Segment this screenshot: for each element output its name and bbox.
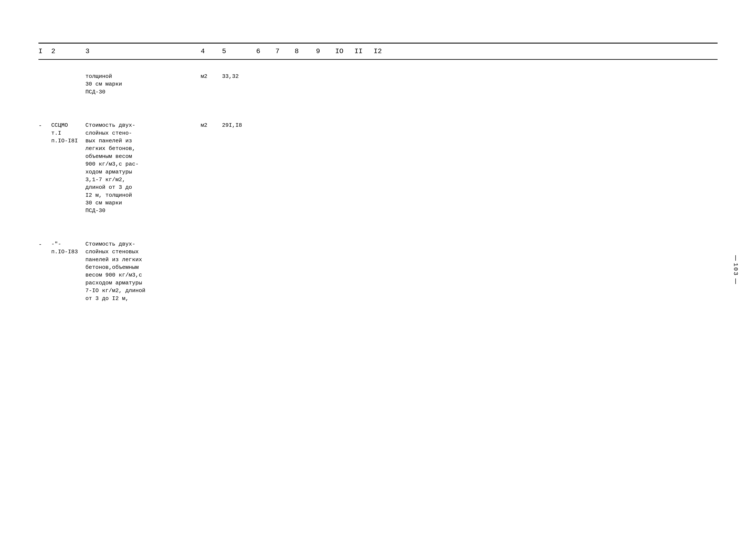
header-col-3: 3	[85, 47, 201, 55]
header-col-5: 5	[222, 47, 256, 55]
header-col-7: 7	[276, 47, 294, 55]
header-col-12: I2	[374, 47, 393, 55]
page-number-bar-bottom: |	[734, 278, 737, 284]
row1-col3-text: толщиной 30 см марки ПСД-30	[85, 73, 122, 96]
header-col-10: IO	[335, 47, 354, 55]
table-body: толщиной 30 см марки ПСД-30 м2 33,32	[39, 60, 717, 315]
row3-col3: Стоимость двух- слойных стеновых панелей…	[85, 240, 201, 302]
page-number-bar-top: |	[734, 255, 737, 261]
row2-col1-text: -	[39, 121, 42, 130]
header-col-4: 4	[201, 47, 222, 55]
table-row: толщиной 30 см марки ПСД-30 м2 33,32	[39, 60, 717, 109]
header-col-2: 2	[51, 47, 85, 55]
row2-col5: 29I,I8	[222, 121, 256, 129]
row2-col5-text: 29I,I8	[222, 121, 242, 129]
page-number-container: | 103 |	[732, 255, 739, 284]
row1-col5-text: 33,32	[222, 73, 239, 80]
row3-col3-text: Стоимость двух- слойных стеновых панелей…	[85, 240, 145, 302]
row1-col4: м2	[201, 73, 222, 80]
row2-col2-text: ССЦМО т.I п.IO-I8I	[51, 121, 78, 145]
row1-col3: толщиной 30 см марки ПСД-30	[85, 73, 201, 96]
header-col-8: 8	[294, 47, 316, 55]
table-row: - -"- п.IO-I83 Стоимость двух- слойных с…	[39, 227, 717, 315]
row3-col2: -"- п.IO-I83	[51, 240, 85, 256]
page-number: 103	[732, 263, 739, 276]
row2-col3-text: Стоимость двух- слойных стено- вых панел…	[85, 121, 139, 215]
row2-col4-text: м2	[201, 121, 207, 129]
row2-col1: -	[39, 121, 51, 130]
row3-col2-text: -"- п.IO-I83	[51, 240, 78, 256]
row2-col3: Стоимость двух- слойных стено- вых панел…	[85, 121, 201, 215]
row1-col5: 33,32	[222, 73, 256, 80]
header-col-6: 6	[256, 47, 276, 55]
row3-col1-text: -	[39, 240, 42, 249]
table-wrapper: I 2 3 4 5 6 7 8 9 IO II I2 толщиной 30 с…	[39, 43, 717, 315]
row3-col1: -	[39, 240, 51, 249]
header-col-1: I	[39, 47, 51, 55]
row2-col2: ССЦМО т.I п.IO-I8I	[51, 121, 85, 145]
row1-col4-text: м2	[201, 73, 207, 80]
table-row: - ССЦМО т.I п.IO-I8I Стоимость двух- сло…	[39, 109, 717, 227]
header-col-11: II	[354, 47, 374, 55]
table-header-row: I 2 3 4 5 6 7 8 9 IO II I2	[39, 43, 717, 60]
page-container: I 2 3 4 5 6 7 8 9 IO II I2 толщиной 30 с…	[0, 0, 756, 539]
header-col-9: 9	[316, 47, 335, 55]
row2-col4: м2	[201, 121, 222, 129]
